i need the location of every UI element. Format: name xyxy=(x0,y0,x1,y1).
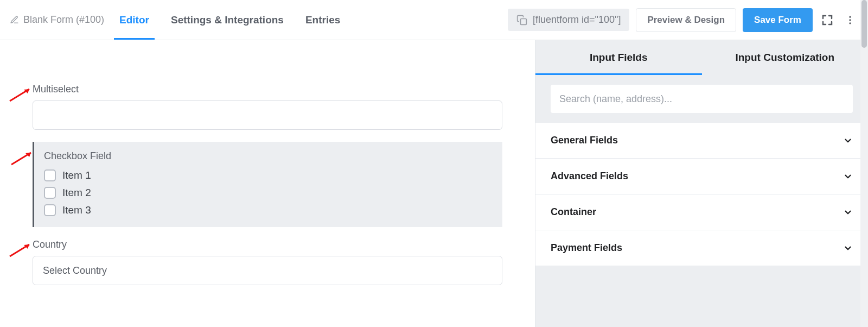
annotation-arrow-icon xyxy=(8,87,34,103)
checkbox-control[interactable] xyxy=(44,187,56,199)
kebab-icon xyxy=(845,15,856,26)
field-multiselect-label: Multiselect xyxy=(33,84,502,95)
tab-settings-label: Settings & Integrations xyxy=(171,14,284,26)
side-tab-label: Input Customization xyxy=(735,52,834,64)
save-form-button[interactable]: Save Form xyxy=(743,8,813,32)
side-search-wrap xyxy=(535,75,868,123)
field-country-label: Country xyxy=(33,239,502,250)
chevron-down-icon xyxy=(843,243,853,253)
scrollbar-thumb[interactable] xyxy=(861,0,867,48)
primary-tabs: Editor Settings & Integrations Entries xyxy=(119,0,340,40)
field-groups-accordion: General Fields Advanced Fields Container… xyxy=(535,123,868,266)
annotation-arrow-icon xyxy=(9,150,35,167)
checkbox-option-label: Item 1 xyxy=(62,169,91,181)
svg-rect-0 xyxy=(521,18,527,24)
annotation-arrow-icon xyxy=(8,242,34,259)
page-scrollbar[interactable] xyxy=(860,0,868,327)
fullscreen-icon xyxy=(821,14,834,27)
checkbox-control[interactable] xyxy=(44,169,56,181)
field-country[interactable]: Country Select Country xyxy=(33,239,502,285)
group-label: General Fields xyxy=(551,135,618,146)
svg-point-2 xyxy=(849,19,851,21)
svg-point-3 xyxy=(849,22,851,24)
workspace: Multiselect Checkbox Field Item 1 Item 2… xyxy=(0,40,868,327)
form-canvas: Multiselect Checkbox Field Item 1 Item 2… xyxy=(0,40,535,327)
topbar-right: [fluentform id="100"] Preview & Design S… xyxy=(508,8,858,32)
field-checkbox-label: Checkbox Field xyxy=(44,150,493,162)
tab-entries-label: Entries xyxy=(305,14,340,26)
more-menu-button[interactable] xyxy=(842,12,858,28)
side-panel: Input Fields Input Customization General… xyxy=(535,40,868,327)
checkbox-option-3[interactable]: Item 3 xyxy=(44,204,493,216)
side-tab-input-fields[interactable]: Input Fields xyxy=(535,40,702,75)
checkbox-option-2[interactable]: Item 2 xyxy=(44,187,493,199)
group-advanced-fields[interactable]: Advanced Fields xyxy=(535,159,868,194)
chevron-down-icon xyxy=(843,207,853,217)
shortcode-text: [fluentform id="100"] xyxy=(533,14,621,26)
side-tab-label: Input Fields xyxy=(590,52,648,64)
form-title: Blank Form (#100) xyxy=(23,14,104,26)
svg-point-1 xyxy=(849,16,851,17)
chevron-down-icon xyxy=(843,172,853,181)
copy-icon xyxy=(516,15,527,26)
top-bar: Blank Form (#100) Editor Settings & Inte… xyxy=(0,0,868,40)
multiselect-input[interactable] xyxy=(33,100,502,130)
tab-settings-integrations[interactable]: Settings & Integrations xyxy=(171,0,284,40)
pencil-icon xyxy=(10,15,19,24)
group-payment-fields[interactable]: Payment Fields xyxy=(535,230,868,266)
checkbox-control[interactable] xyxy=(44,204,56,216)
preview-design-button[interactable]: Preview & Design xyxy=(636,8,736,32)
side-panel-tabs: Input Fields Input Customization xyxy=(535,40,868,75)
country-select-placeholder: Select Country xyxy=(43,265,107,276)
field-checkbox[interactable]: Checkbox Field Item 1 Item 2 Item 3 xyxy=(33,142,502,227)
group-container[interactable]: Container xyxy=(535,194,868,230)
checkbox-option-label: Item 2 xyxy=(62,187,91,199)
side-search-input[interactable] xyxy=(551,85,853,113)
checkbox-option-1[interactable]: Item 1 xyxy=(44,169,493,181)
group-general-fields[interactable]: General Fields xyxy=(535,123,868,159)
checkbox-option-label: Item 3 xyxy=(62,204,91,216)
fullscreen-button[interactable] xyxy=(819,12,835,28)
tab-editor-label: Editor xyxy=(119,14,149,26)
side-tab-input-customization[interactable]: Input Customization xyxy=(702,40,869,75)
chevron-down-icon xyxy=(843,136,853,146)
group-label: Advanced Fields xyxy=(551,171,628,182)
tab-editor[interactable]: Editor xyxy=(119,0,149,40)
group-label: Container xyxy=(551,206,596,218)
shortcode-box[interactable]: [fluentform id="100"] xyxy=(508,9,629,31)
group-label: Payment Fields xyxy=(551,242,622,254)
country-select[interactable]: Select Country xyxy=(33,256,502,285)
field-multiselect[interactable]: Multiselect xyxy=(33,84,502,130)
form-title-wrap[interactable]: Blank Form (#100) xyxy=(10,14,104,26)
tab-entries[interactable]: Entries xyxy=(305,0,340,40)
